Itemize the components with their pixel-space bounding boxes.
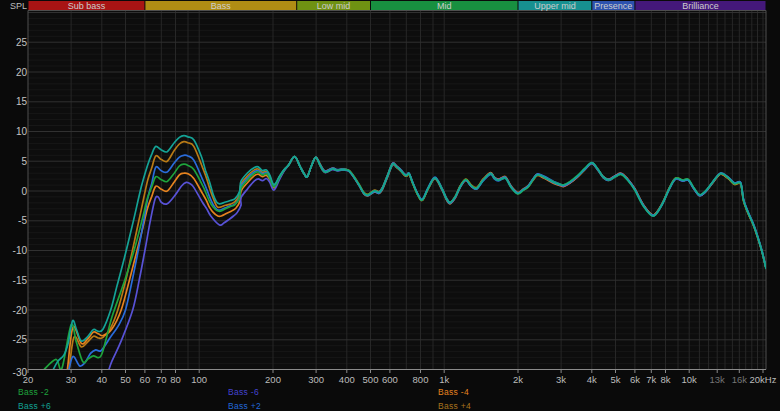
- svg-text:30: 30: [66, 374, 77, 385]
- svg-text:Sub bass: Sub bass: [68, 1, 106, 11]
- svg-text:-25: -25: [13, 334, 28, 345]
- svg-text:-5: -5: [18, 215, 27, 226]
- svg-text:Bass +2: Bass +2: [228, 401, 261, 411]
- svg-text:SPL: SPL: [10, 1, 27, 11]
- svg-text:Mid: Mid: [437, 1, 452, 11]
- svg-text:100: 100: [191, 374, 207, 385]
- svg-text:500: 500: [363, 374, 379, 385]
- svg-text:4k: 4k: [587, 374, 597, 385]
- svg-text:6k: 6k: [630, 374, 640, 385]
- svg-text:Bass +4: Bass +4: [438, 401, 471, 411]
- svg-text:25: 25: [16, 37, 28, 48]
- svg-text:Upper mid: Upper mid: [534, 1, 576, 11]
- svg-text:Low mid: Low mid: [317, 1, 351, 11]
- svg-text:-30: -30: [13, 367, 28, 378]
- svg-text:40: 40: [97, 374, 108, 385]
- svg-text:5: 5: [21, 156, 27, 167]
- svg-text:50: 50: [120, 374, 131, 385]
- svg-text:Bass -2: Bass -2: [18, 387, 49, 397]
- svg-text:Presence: Presence: [594, 1, 632, 11]
- svg-text:20: 20: [16, 67, 28, 78]
- svg-text:1k: 1k: [439, 374, 449, 385]
- svg-text:16k: 16k: [732, 374, 748, 385]
- svg-text:Bass: Bass: [211, 1, 232, 11]
- svg-text:Bass -4: Bass -4: [438, 387, 469, 397]
- svg-text:-20: -20: [13, 305, 28, 316]
- svg-text:400: 400: [339, 374, 355, 385]
- svg-text:70: 70: [156, 374, 167, 385]
- svg-text:3k: 3k: [556, 374, 566, 385]
- svg-text:Bass +6: Bass +6: [18, 401, 51, 411]
- svg-text:7k: 7k: [646, 374, 656, 385]
- svg-text:0: 0: [21, 186, 27, 197]
- svg-text:5k: 5k: [610, 374, 620, 385]
- svg-text:-15: -15: [13, 275, 28, 286]
- svg-text:2k: 2k: [513, 374, 523, 385]
- svg-text:60: 60: [140, 374, 151, 385]
- svg-text:13k: 13k: [710, 374, 726, 385]
- svg-text:Bass -6: Bass -6: [228, 387, 259, 397]
- svg-text:10: 10: [16, 126, 28, 137]
- svg-text:15: 15: [16, 96, 28, 107]
- svg-text:10k: 10k: [682, 374, 698, 385]
- svg-text:Brilliance: Brilliance: [682, 1, 719, 11]
- svg-text:8k: 8k: [660, 374, 670, 385]
- svg-text:80: 80: [170, 374, 181, 385]
- svg-text:600: 600: [382, 374, 398, 385]
- svg-text:-10: -10: [13, 245, 28, 256]
- svg-text:200: 200: [265, 374, 281, 385]
- svg-text:20kHz: 20kHz: [750, 374, 777, 385]
- svg-text:800: 800: [413, 374, 429, 385]
- svg-text:300: 300: [308, 374, 324, 385]
